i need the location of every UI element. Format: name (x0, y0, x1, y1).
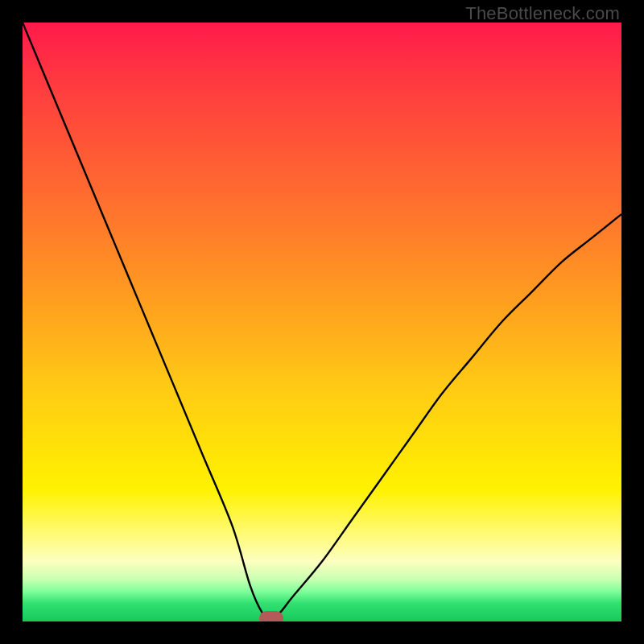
watermark-text: TheBottleneck.com (465, 3, 620, 24)
bottleneck-curve (23, 23, 621, 618)
chart-frame: TheBottleneck.com (0, 0, 644, 644)
plot-area (23, 23, 621, 621)
curve-layer (23, 23, 621, 621)
optimal-marker (259, 611, 283, 621)
